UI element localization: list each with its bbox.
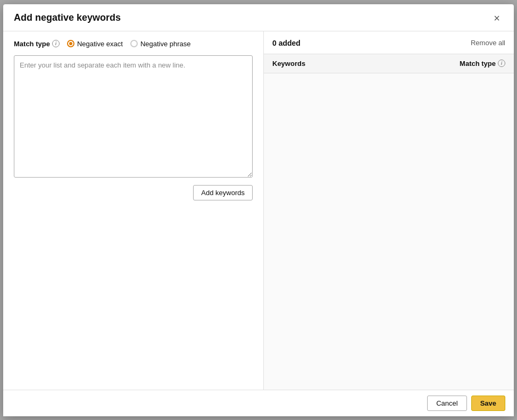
match-type-info-icon[interactable]: i	[52, 40, 60, 47]
right-panel-header: 0 added Remove all	[264, 31, 514, 54]
negative-phrase-option[interactable]: Negative phrase	[130, 40, 191, 48]
table-body	[264, 73, 514, 390]
match-type-col-info-icon[interactable]: i	[498, 60, 505, 67]
cancel-button[interactable]: Cancel	[427, 396, 466, 411]
negative-exact-label: Negative exact	[77, 40, 123, 48]
negative-exact-option[interactable]: Negative exact	[67, 40, 123, 48]
negative-phrase-radio[interactable]	[130, 40, 138, 47]
remove-all-button[interactable]: Remove all	[471, 39, 505, 47]
match-type-column-header: Match type i	[460, 60, 505, 68]
match-type-row: Match type i Negative exact Negative phr…	[14, 40, 253, 48]
add-keywords-button[interactable]: Add keywords	[193, 185, 253, 200]
added-count: 0 added	[272, 39, 301, 47]
modal-header: Add negative keywords ×	[3, 4, 514, 31]
keywords-column-header: Keywords	[272, 60, 305, 68]
negative-exact-radio[interactable]	[67, 40, 74, 47]
save-button[interactable]: Save	[471, 396, 505, 411]
left-panel: Match type i Negative exact Negative phr…	[3, 31, 264, 390]
match-type-label: Match type i	[14, 40, 60, 48]
table-header: Keywords Match type i	[264, 54, 514, 73]
modal: Add negative keywords × Match type i Neg…	[3, 4, 514, 416]
close-button[interactable]: ×	[490, 12, 503, 24]
right-panel: 0 added Remove all Keywords Match type i	[264, 31, 514, 390]
modal-footer: Cancel Save	[3, 390, 514, 416]
modal-body: Match type i Negative exact Negative phr…	[3, 31, 514, 390]
keyword-textarea[interactable]	[14, 55, 253, 178]
modal-title: Add negative keywords	[14, 12, 121, 23]
negative-phrase-label: Negative phrase	[140, 40, 191, 48]
modal-overlay: Add negative keywords × Match type i Neg…	[0, 0, 517, 420]
